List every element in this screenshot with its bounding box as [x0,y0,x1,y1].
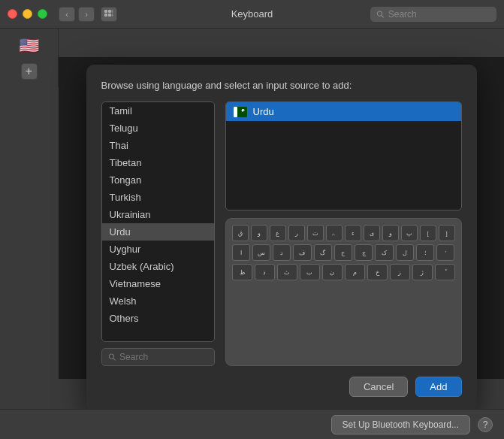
svg-line-7 [382,15,384,17]
back-button[interactable]: ‹ [59,7,75,22]
bottom-bar: Set Up Bluetooth Keyboard... ? [0,409,504,439]
dialog-content: Browse using language and select an inpu… [86,65,477,412]
language-list-item[interactable]: Urdu [102,223,214,241]
keyboard-visualization: ق و ع ر ت ے ء ی و پ [ ] [225,218,462,366]
language-list-item[interactable]: Tibetan [102,154,214,171]
keyboard-row-3: ظ ذ ث ب ن م خ ز ژ ٗ [232,264,455,280]
key-k: ک [375,244,393,261]
key-s: س [252,244,270,261]
key-u: ء [345,225,361,241]
language-list-item[interactable]: Vietnamese [102,275,214,292]
language-list-item[interactable]: Tongan [102,171,214,189]
minimize-button[interactable] [23,9,32,19]
key-b: ن [322,264,343,280]
selected-language-label: Urdu [253,106,274,117]
key-f: ف [293,244,311,261]
window-title: Keyboard [231,8,273,20]
key-m: خ [367,264,388,280]
key-e: ع [270,225,286,241]
add-input-source-dialog: Browse using language and select an inpu… [59,57,504,379]
search-icon [376,10,385,19]
help-button[interactable]: ? [478,417,493,432]
dialog-body: TamilTeluguThaiTibetanTonganTurkishUkrai… [101,101,462,366]
key-slash: ٗ [435,264,455,280]
key-y: ے [326,225,343,241]
sidebar-strip: 🇺🇸 + [0,29,59,87]
search-icon [108,353,116,362]
language-list-item[interactable]: Thai [102,137,214,154]
key-i: ی [364,225,380,241]
maximize-button[interactable] [38,9,47,19]
title-search-bar[interactable] [370,7,496,22]
svg-rect-4 [108,14,111,17]
key-z: ظ [232,264,252,280]
key-comma: ز [390,264,410,280]
key-c: ث [277,264,297,280]
selected-language-item: Urdu [226,102,461,121]
key-r: ر [288,225,305,241]
language-list[interactable]: TamilTeluguThaiTibetanTonganTurkishUkrai… [101,101,215,342]
svg-line-9 [113,359,116,361]
svg-rect-3 [104,14,107,17]
key-l: ل [396,244,414,261]
urdu-flag-icon [234,107,247,117]
key-v: ب [300,264,320,280]
key-x: ذ [255,264,275,280]
flag-icon: 🇺🇸 [19,36,39,56]
close-button[interactable] [8,9,17,19]
key-w: و [251,225,267,241]
svg-point-6 [377,11,382,15]
key-n: م [345,264,365,280]
language-list-container: TamilTeluguThaiTibetanTonganTurkishUkrai… [101,101,215,366]
language-search-input[interactable] [119,352,207,362]
title-bar: ‹ › Keyboard [0,0,504,29]
svg-point-8 [109,354,113,359]
language-list-item[interactable]: Welsh [102,292,214,310]
right-panel: Urdu ق و ع ر ت ے ء ی [225,101,462,366]
key-quote: ' [436,244,454,261]
key-rbracket: ] [439,225,455,241]
language-list-item[interactable]: Uzbek (Arabic) [102,258,214,275]
keyboard-row-2: ا س د ف گ ح ج ک ل ؛ ' [232,244,455,261]
key-lbracket: [ [420,225,436,241]
language-list-item[interactable]: Tamil [102,102,214,120]
dialog-buttons: Cancel Add [101,377,462,397]
svg-rect-1 [108,10,111,13]
key-t: ت [307,225,324,241]
forward-button[interactable]: › [78,7,95,22]
language-list-item[interactable]: Ukrainian [102,206,214,223]
svg-point-12 [241,109,243,111]
svg-rect-5 [112,14,113,17]
language-list-item[interactable]: Uyghur [102,241,214,258]
svg-rect-2 [112,10,113,13]
svg-rect-11 [234,107,237,117]
add-button[interactable]: Add [415,377,461,397]
key-a: ا [232,244,250,261]
keyboard-row-1: ق و ع ر ت ے ء ی و پ [ ] [232,225,455,241]
key-h: ح [334,244,352,261]
key-o: و [382,225,399,241]
key-semicolon: ؛ [416,244,434,261]
traffic-lights [8,9,47,19]
key-q: ق [232,225,249,241]
key-j: ج [355,244,373,261]
language-search-container[interactable] [101,348,215,366]
nav-buttons: ‹ › [59,7,117,22]
language-list-item[interactable]: Telugu [102,120,214,137]
key-g: گ [314,244,332,261]
title-search-input[interactable] [388,9,490,20]
language-list-item[interactable]: Turkish [102,189,214,206]
key-period: ژ [412,264,433,280]
dialog-description: Browse using language and select an inpu… [101,80,462,91]
cancel-button[interactable]: Cancel [349,377,408,397]
add-input-source-button[interactable]: + [21,63,38,80]
svg-rect-0 [104,10,107,13]
grid-button[interactable] [101,7,117,22]
selected-language-box: Urdu [225,101,462,210]
language-list-item[interactable]: Others [102,310,214,327]
key-p: پ [401,225,418,241]
bluetooth-keyboard-button[interactable]: Set Up Bluetooth Keyboard... [331,415,470,434]
key-d: د [273,244,291,261]
